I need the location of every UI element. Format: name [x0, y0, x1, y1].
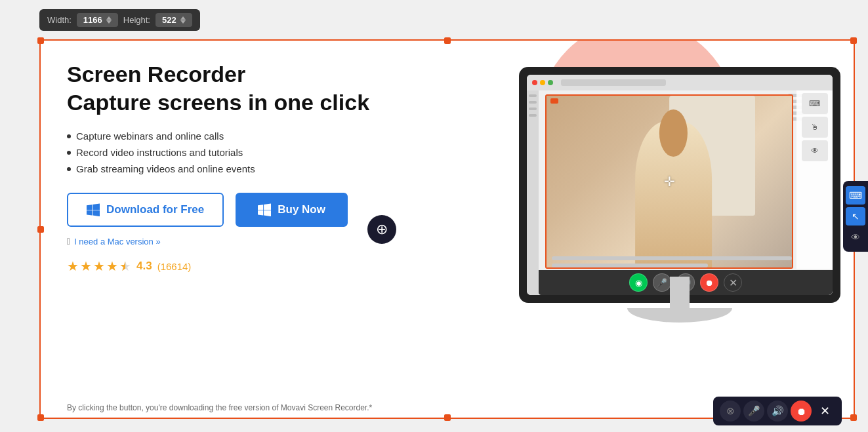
rating-row: ★ ★ ★ ★ ★★ 4.3 (16614) — [67, 258, 395, 274]
video-overlay: ✛ — [545, 94, 793, 269]
screen-dot-red — [532, 80, 537, 85]
move-handle[interactable]: ⊕ — [367, 215, 396, 244]
tool-btn-2[interactable]: 🖱 — [802, 117, 828, 138]
screen-sidebar — [527, 90, 539, 295]
move-icon: ⊕ — [376, 222, 388, 237]
handle-top-left[interactable] — [37, 37, 44, 44]
floating-tool-eye[interactable]: 👁 — [846, 228, 865, 246]
handle-middle-left[interactable] — [37, 226, 44, 233]
width-label: Width: — [47, 15, 72, 25]
left-content-area: Screen Recorder Capture screens in one c… — [67, 60, 395, 274]
monitor-screen: ✛ ⌨ 🖱 👁 — [527, 75, 833, 295]
download-button-label: Download for Free — [106, 203, 204, 216]
ctrl-btn-cam[interactable]: ◉ — [629, 273, 648, 292]
text-row — [552, 256, 792, 260]
feature-text-1: Capture webinars and online calls — [76, 130, 224, 142]
feature-list: Capture webinars and online calls Record… — [67, 130, 395, 174]
handle-bottom-right[interactable] — [850, 414, 857, 421]
screen-body: ✛ ⌨ 🖱 👁 — [527, 90, 833, 295]
ctrl-btn-close[interactable]: ✕ — [724, 273, 742, 292]
floating-tool-cursor[interactable]: ↖ — [846, 207, 865, 226]
bottom-note: By clicking the button, you're downloadi… — [67, 403, 372, 412]
handle-top-middle[interactable] — [444, 37, 451, 44]
sidebar-item — [529, 114, 537, 117]
bullet-icon — [67, 134, 71, 138]
floating-toolbar-bottom: ⊗ 🎤 🔊 ⏺ ✕ — [713, 397, 842, 425]
monitor: ✛ ⌨ 🖱 👁 — [519, 67, 840, 342]
windows-icon-buy — [258, 203, 271, 216]
screen-topbar — [527, 75, 833, 90]
bottom-tool-block[interactable]: ⊗ — [720, 401, 741, 422]
list-item: Record video instructions and tutorials — [67, 147, 395, 158]
title-line2: Capture screens in one click — [67, 90, 369, 115]
recording-indicator — [550, 98, 558, 104]
height-up-arrow[interactable] — [180, 16, 186, 20]
screen-right-tools: ⌨ 🖱 👁 — [796, 90, 833, 269]
windows-icon — [87, 203, 100, 216]
canvas-content: Screen Recorder Capture screens in one c… — [41, 41, 854, 418]
handle-bottom-middle[interactable] — [444, 414, 451, 421]
floating-toolbar-right: ⌨ ↖ 👁 — [843, 181, 868, 252]
mac-version-link[interactable]:  I need a Mac version » — [67, 236, 395, 246]
feature-text-2: Record video instructions and tutorials — [76, 147, 243, 158]
stars-container: ★ ★ ★ ★ ★★ — [67, 258, 131, 274]
bullet-icon — [67, 167, 71, 171]
video-content: ✛ — [547, 96, 792, 267]
buy-button[interactable]: Buy Now — [236, 193, 348, 227]
height-value: 522 — [162, 15, 176, 25]
star-1: ★ — [67, 258, 79, 274]
star-half: ★★ — [119, 258, 131, 274]
bottom-tool-audio[interactable]: 🔊 — [767, 401, 788, 422]
monitor-stand-neck — [670, 277, 690, 309]
height-value-box[interactable]: 522 — [155, 13, 192, 27]
bottom-tool-rec[interactable]: ⏺ — [791, 401, 812, 422]
width-up-arrow[interactable] — [106, 16, 112, 20]
button-row: Download for Free Buy Now — [67, 193, 395, 227]
ctrl-btn-mic[interactable]: 🎤 — [653, 273, 671, 292]
monitor-frame: ✛ ⌨ 🖱 👁 — [519, 67, 840, 303]
title-line1: Screen Recorder — [67, 62, 245, 87]
ctrl-btn-rec[interactable]: ⏺ — [700, 273, 718, 292]
width-spinner[interactable] — [106, 16, 112, 24]
height-spinner[interactable] — [180, 16, 186, 24]
dimension-toolbar: Width: 1166 Height: 522 — [39, 9, 200, 31]
sidebar-item — [529, 108, 537, 110]
monitor-stand-base — [627, 308, 732, 323]
width-down-arrow[interactable] — [106, 20, 112, 24]
screen-bottom-text — [552, 256, 792, 267]
handle-top-right[interactable] — [850, 37, 857, 44]
canvas-area: ⊕ Screen Recorder Capture screens in one… — [39, 39, 855, 419]
apple-icon:  — [67, 236, 70, 246]
text-row-short — [552, 264, 708, 267]
height-down-arrow[interactable] — [180, 20, 186, 24]
bottom-tool-mic-off[interactable]: 🎤 — [743, 401, 764, 422]
person-head — [659, 109, 687, 156]
tool-btn-1[interactable]: ⌨ — [802, 93, 828, 114]
list-item: Capture webinars and online calls — [67, 130, 395, 142]
monitor-area: ✛ ⌨ 🖱 👁 — [506, 54, 847, 395]
rating-count: (16614) — [157, 261, 192, 272]
person-body — [635, 121, 713, 267]
bullet-icon — [67, 151, 71, 155]
buy-button-label: Buy Now — [278, 203, 325, 216]
sidebar-item — [529, 101, 537, 104]
height-label: Height: — [123, 15, 150, 25]
width-value-box[interactable]: 1166 — [77, 13, 118, 27]
star-4: ★ — [106, 258, 118, 274]
tool-btn-3[interactable]: 👁 — [802, 140, 828, 161]
mac-link-text: I need a Mac version » — [74, 237, 161, 246]
width-value: 1166 — [83, 15, 102, 25]
screen-main: ✛ ⌨ 🖱 👁 — [539, 90, 833, 295]
handle-bottom-left[interactable] — [37, 414, 44, 421]
bottom-tool-close[interactable]: ✕ — [814, 401, 835, 422]
star-2: ★ — [80, 258, 92, 274]
floating-tool-keyboard[interactable]: ⌨ — [846, 186, 865, 205]
hero-title: Screen Recorder Capture screens in one c… — [67, 60, 395, 116]
download-button[interactable]: Download for Free — [67, 193, 224, 227]
rating-number: 4.3 — [136, 260, 152, 273]
address-bar — [561, 79, 666, 86]
screen-dot-yellow — [540, 80, 545, 85]
crosshair-icon: ✛ — [664, 174, 675, 189]
list-item: Grab streaming videos and online events — [67, 163, 395, 174]
screen-dot-green — [548, 80, 553, 85]
